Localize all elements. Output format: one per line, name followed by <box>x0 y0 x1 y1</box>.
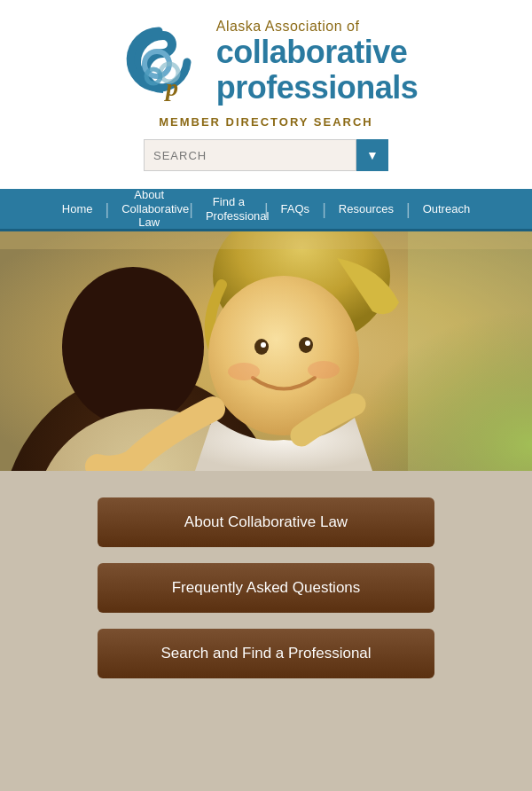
svg-point-14 <box>305 341 310 346</box>
svg-text:p: p <box>164 74 178 101</box>
nav-find[interactable]: Find aProfessional <box>193 195 264 223</box>
svg-rect-17 <box>408 231 532 471</box>
search-input[interactable] <box>144 139 356 171</box>
logo-area: p Alaska Association of collaborative pr… <box>114 18 419 106</box>
svg-point-15 <box>228 363 260 380</box>
search-bar: ▼ <box>144 139 388 171</box>
nav-outreach[interactable]: Outreach <box>411 202 482 216</box>
nav-home[interactable]: Home <box>50 202 106 216</box>
svg-point-16 <box>308 361 340 379</box>
org-name-main: collaborative professionals <box>216 35 419 105</box>
hero-svg <box>0 231 532 471</box>
faq-btn[interactable]: Frequently Asked Questions <box>98 563 434 613</box>
search-button[interactable]: ▼ <box>356 139 388 171</box>
org-subtitle: Alaska Association of <box>216 19 419 35</box>
nav-bar: Home | AboutCollaborative Law | Find aPr… <box>0 189 532 231</box>
svg-point-7 <box>62 267 204 427</box>
hero-image <box>0 231 532 471</box>
about-collaborative-btn[interactable]: About Collaborative Law <box>98 497 434 547</box>
svg-rect-18 <box>0 231 532 249</box>
content-area: About Collaborative Law Frequently Asked… <box>0 471 532 710</box>
directory-label: MEMBER DIRECTORY SEARCH <box>159 115 373 129</box>
org-name: Alaska Association of collaborative prof… <box>216 19 419 105</box>
nav-about[interactable]: AboutCollaborative Law <box>109 188 189 230</box>
header: p Alaska Association of collaborative pr… <box>0 0 532 189</box>
nav-faqs[interactable]: FAQs <box>269 202 323 216</box>
find-professional-btn[interactable]: Search and Find a Professional <box>98 629 434 678</box>
logo-icon: p <box>114 18 203 106</box>
svg-point-13 <box>261 342 266 348</box>
nav-resources[interactable]: Resources <box>326 202 406 216</box>
